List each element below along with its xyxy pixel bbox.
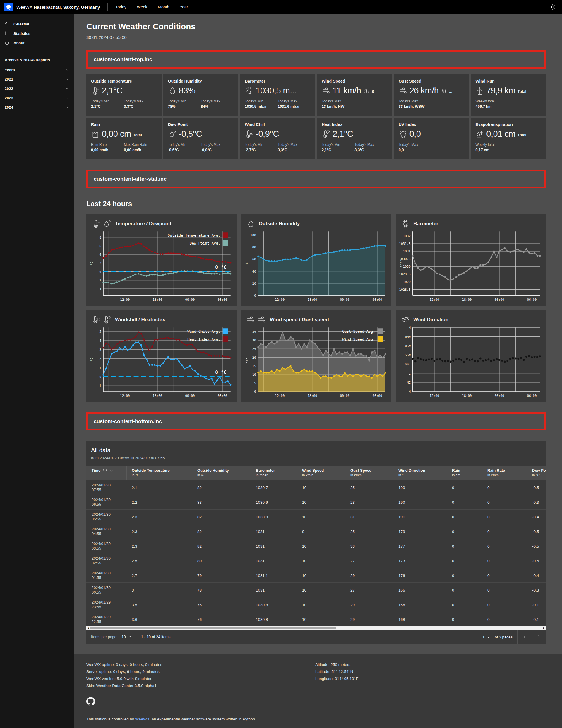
column-label: Dew Po [532,468,546,473]
svg-text:1: 1 [99,366,101,370]
column-header-dew-po[interactable]: Dew Po in °C [532,468,546,477]
scrollbar-thumb[interactable] [90,627,336,629]
tile-stat: Rain Rate0,00 cm/h [91,143,124,152]
pagination-controls: 1 of 3 pages [478,630,546,644]
chart-panel: Temperature / Dewpoint -4-20246812:0018:… [86,214,237,306]
tile-stat: Today's Max13 km/h, NW [322,99,354,109]
sidebar-accordion-2023[interactable]: 2023 [0,93,74,102]
tile-stat-value: -0,0°C [201,148,234,152]
next-page-button[interactable] [532,630,546,644]
chart-panel: Barometer 1028.510291029.510301030.51031… [396,214,546,306]
column-header-wind-direction[interactable]: Wind Direction in ° [398,468,425,477]
table-title: All data [86,447,546,454]
pagination-range: 1 - 10 of 24 items [141,635,170,639]
column-header-outside-temperature[interactable]: Outside Temperature in °C [132,468,170,477]
cell-value: 10 [302,558,306,563]
weewx-logo[interactable] [4,3,13,11]
sidebar-item-statistics[interactable]: Statistics [0,29,74,38]
column-header-rain[interactable]: Rain in cm [452,468,460,477]
svg-text:NE: NE [407,381,411,384]
chart-svg: -4-20246812:0018:0000:0006:00°C0 °COutsi… [89,229,234,303]
svg-text:20: 20 [252,356,256,359]
table-row[interactable]: 2024/01/3004:552.382103192517900-0.5 [86,524,546,539]
accordion-label: 2024 [5,105,13,110]
cell-value: 2.7 [132,573,137,577]
weewx-link[interactable]: WeeWX [135,717,150,721]
column-header-time[interactable]: Time [92,468,114,473]
table-row[interactable]: 2024/01/3007:552.1821030.7102519000-0.5 [86,480,546,495]
nav-week[interactable]: Week [137,5,148,9]
column-unit: in ° [398,473,425,477]
tile-stat-value: 1030,5 mbar [245,104,278,109]
table-row[interactable]: 2024/01/3006:552.2831030.9102319000-0.3 [86,495,546,509]
column-unit: in mbar [256,473,275,477]
cell-value: 191 [398,515,405,519]
cell-time: 2024/01/3003:55 [92,541,111,551]
column-header-rain-rate[interactable]: Rain Rate in cm/h [487,468,505,477]
tile-value-suffix: Total [517,133,526,137]
cell-value: 190 [398,500,405,504]
table-horizontal-scrollbar[interactable]: ◀ ▶ [86,626,546,630]
column-label: Outside Temperature [132,468,170,473]
svg-text:06:00: 06:00 [372,298,382,302]
humidity [168,86,177,95]
page-timestamp: 30.01.2024 07:55:00 [86,35,546,40]
column-header-outside-humidity[interactable]: Outside Humidity in % [197,468,229,477]
cell-value: 1031 [256,529,265,534]
sidebar-item-celestial[interactable]: Celestial [0,19,74,29]
svg-text:00:00: 00:00 [185,298,195,302]
svg-text:1029: 1029 [403,280,411,284]
page-select[interactable]: 1 [482,635,490,639]
cell-time: 2024/01/3000:55 [92,585,111,595]
items-per-page-select[interactable]: 10 [122,635,131,639]
evapotranspiration [475,130,484,139]
previous-page-button[interactable] [517,630,532,644]
svg-text:WSW: WSW [405,344,411,348]
cell-value: 2.1 [132,485,137,490]
theme-toggle-button[interactable] [549,3,557,11]
table-row[interactable]: 2024/01/3000:553781031102716600-0.3 [86,582,546,597]
tile-stat-value: 78% [168,104,201,109]
sidebar-accordion-2024[interactable]: 2024 [0,102,74,112]
table-row[interactable]: 2024/01/3005:552.3821030.9103119100-0.4 [86,509,546,524]
sidebar-accordion-years[interactable]: Years [0,65,74,74]
table-header-row: Time Outside Temperature in °C Outside H… [86,466,546,480]
sidebar-accordion-2022[interactable]: 2022 [0,84,74,93]
scroll-right-arrow-icon[interactable]: ▶ [543,627,545,629]
tile-stat-label: Today's Max [201,99,234,103]
tile-stat: Today's Max1031,6 mbar [278,99,310,109]
stat-tile: Wind Chill -0,9°C Today's Min-2,7°CToday… [240,118,315,159]
svg-text:°C: °C [90,358,94,362]
cell-value: 2.2 [132,500,137,504]
sidebar-item-about[interactable]: About [0,38,74,47]
github-link[interactable] [86,697,95,706]
cell-value: 10 [302,485,306,490]
svg-text:60: 60 [252,257,256,261]
table-row[interactable]: 2024/01/2922:553.6761030.8102916800-0.1 [86,612,546,626]
last-24-hours-title: Last 24 hours [86,200,546,208]
github-icon [86,697,95,706]
table-row[interactable]: 2024/01/2923:553.5761030.8102916600-0.1 [86,597,546,612]
table-row[interactable]: 2024/01/3003:552.3821031103317700-0.5 [86,539,546,553]
column-header-gust-speed[interactable]: Gust Speed in km/h [350,468,371,477]
nav-year[interactable]: Year [180,5,188,9]
table-row[interactable]: 2024/01/3002:552.5801031102717300-0.5 [86,553,546,568]
nav-today[interactable]: Today [115,5,126,9]
svg-text:00:00: 00:00 [340,298,349,302]
chart-header: Wind speed / Gust speed [244,315,388,325]
brightness-icon [550,4,556,10]
table-row[interactable]: 2024/01/3001:552.7791031.1102917600-0.4 [86,568,546,582]
cell-time: 2024/01/3002:55 [92,556,111,565]
column-header-wind-speed[interactable]: Wind Speed in km/h [302,468,324,477]
tile-title: Gust Speed [399,79,464,83]
scroll-left-arrow-icon[interactable]: ◀ [87,627,89,629]
sidebar-item-label: About [13,41,25,45]
sidebar-accordion-2021[interactable]: 2021 [0,74,74,84]
cell-time: 2024/01/3007:55 [92,483,111,492]
column-unit: in cm/h [487,473,505,477]
nav-month[interactable]: Month [158,5,169,9]
column-header-barometer[interactable]: Barometer in mbar [256,468,275,477]
chart-title: Temperature / Dewpoint [115,221,171,227]
items-per-page-label: Items per page: [91,635,117,639]
tile-stat: Today's Min1030,5 mbar [245,99,278,109]
